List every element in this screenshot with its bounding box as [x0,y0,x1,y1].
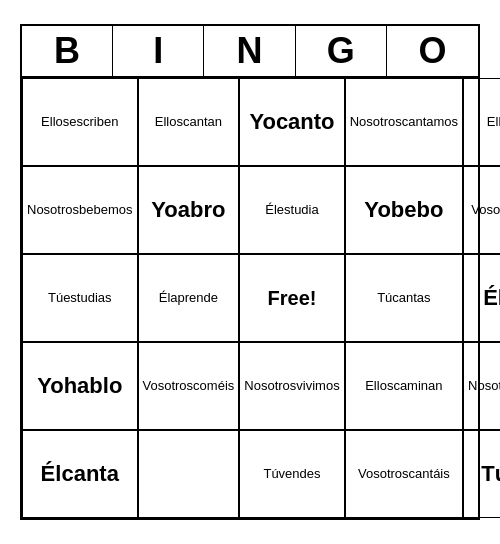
bingo-cell: Vosotroscoméis [138,342,240,430]
bingo-grid: EllosescribenElloscantanYocantoNosotrosc… [22,78,478,518]
bingo-cell: Nosotrosvivimos [239,342,344,430]
header-letter: O [387,26,478,76]
bingo-cell: Nosotroshablamos [463,342,500,430]
bingo-cell: Nosotroscantamos [345,78,463,166]
bingo-cell: Yoabro [138,166,240,254]
bingo-cell: Ellosvenden [463,78,500,166]
bingo-cell: Túcantas [345,254,463,342]
bingo-cell: Túvives [463,430,500,518]
bingo-cell: Elloscaminan [345,342,463,430]
bingo-cell: Élcome [463,254,500,342]
bingo-cell: Free! [239,254,344,342]
bingo-cell: Ellosescriben [22,78,138,166]
header-letter: B [22,26,113,76]
header-letter: I [113,26,204,76]
bingo-cell: Yohablo [22,342,138,430]
bingo-cell: Túvendes [239,430,344,518]
bingo-cell: Vosotroscamináis [463,166,500,254]
bingo-header: BINGO [22,26,478,78]
bingo-cell: Yobebo [345,166,463,254]
bingo-cell: Élcanta [22,430,138,518]
bingo-card: BINGO EllosescribenElloscantanYocantoNos… [20,24,480,520]
header-letter: N [204,26,295,76]
bingo-cell: Elloscantan [138,78,240,166]
bingo-cell [138,430,240,518]
bingo-cell: Vosotroscantáis [345,430,463,518]
bingo-cell: Nosotrosbebemos [22,166,138,254]
bingo-cell: Élaprende [138,254,240,342]
bingo-cell: Yocanto [239,78,344,166]
header-letter: G [296,26,387,76]
bingo-cell: Túestudias [22,254,138,342]
bingo-cell: Élestudia [239,166,344,254]
